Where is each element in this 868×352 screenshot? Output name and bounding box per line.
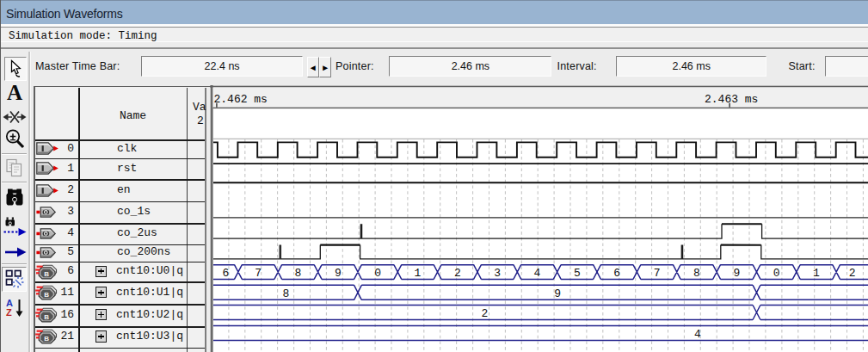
svg-text:B: B (44, 269, 49, 277)
svg-text:0: 0 (773, 267, 780, 280)
svg-text:8: 8 (283, 287, 290, 300)
svg-text:B: B (44, 291, 49, 299)
svg-text:6: 6 (222, 267, 229, 280)
svg-text:7: 7 (654, 267, 661, 280)
svg-text:8: 8 (294, 267, 301, 280)
svg-text:4: 4 (534, 267, 541, 280)
svg-text:2: 2 (454, 267, 461, 280)
svg-text:9: 9 (733, 267, 740, 280)
svg-text:7: 7 (255, 267, 262, 280)
svg-text:1: 1 (415, 267, 422, 280)
svg-text:B: B (44, 313, 49, 321)
svg-text:2: 2 (849, 267, 856, 280)
svg-text:4: 4 (694, 328, 701, 341)
svg-text:Z: Z (6, 307, 12, 318)
svg-text:1: 1 (813, 267, 820, 280)
svg-text:5: 5 (574, 267, 581, 280)
svg-text:0: 0 (374, 267, 381, 280)
svg-text:9: 9 (335, 267, 342, 280)
svg-text:2: 2 (482, 307, 489, 320)
svg-text:B: B (44, 335, 49, 343)
svg-text:8: 8 (693, 267, 700, 280)
svg-text:9: 9 (554, 287, 561, 300)
svg-text:3: 3 (494, 267, 501, 280)
svg-text:6: 6 (613, 267, 620, 280)
